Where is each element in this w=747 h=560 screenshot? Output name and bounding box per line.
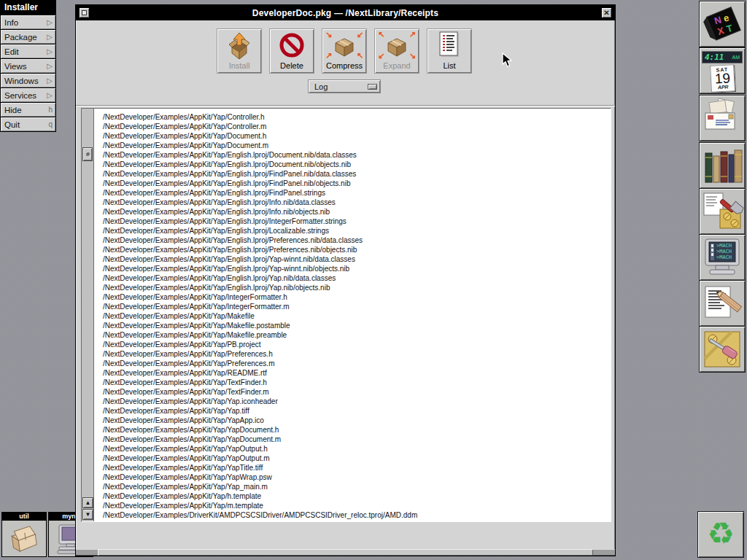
- window-titlebar[interactable]: DeveloperDoc.pkg — /NextLibrary/Receipts…: [76, 5, 615, 20]
- file-path-row: /NextDeveloper/Examples/AppKit/Yap/Engli…: [103, 189, 611, 198]
- installer-window: DeveloperDoc.pkg — /NextLibrary/Receipts…: [75, 4, 616, 556]
- menu-shortcut: h: [48, 106, 53, 114]
- file-path-row: /NextDeveloper/Examples/AppKit/Yap/Integ…: [103, 303, 611, 312]
- miniwindow-util[interactable]: util: [1, 512, 47, 557]
- file-path-row: /NextDeveloper/Examples/AppKit/Yap/Yap.t…: [103, 407, 611, 416]
- dock-tile-clock-calendar[interactable]: 4:11 AM SAT 19 APR: [699, 47, 746, 94]
- file-path-row: /NextDeveloper/Examples/AppKit/Yap/TextF…: [103, 378, 611, 388]
- dock-tile-mail[interactable]: . . .: [699, 95, 746, 141]
- file-path-row: /NextDeveloper/Examples/AppKit/Yap/Engli…: [103, 236, 611, 246]
- dock-tile-edit[interactable]: . . .: [699, 280, 746, 327]
- menu-item-views[interactable]: Views▷: [1, 59, 55, 73]
- expand-button[interactable]: ↖ ↗ ↙ ↘ Expand: [374, 28, 419, 74]
- clock-meridiem: AM: [732, 55, 740, 60]
- next-logo-icon: N e X T: [700, 1, 745, 47]
- compress-button[interactable]: ↘ ↙ ↗ ↖ Compress: [322, 28, 367, 74]
- file-path-row: /NextDeveloper/Examples/AppKit/Yap/m.tem…: [103, 502, 611, 511]
- dock-tile-workspace[interactable]: N e X T: [699, 1, 746, 47]
- resize-bar[interactable]: [76, 549, 615, 556]
- books-icon: [700, 143, 745, 188]
- install-button[interactable]: Install: [217, 28, 262, 74]
- list-button-label: List: [427, 61, 471, 70]
- digital-clock: 4:11 AM: [702, 51, 743, 63]
- file-path-row: /NextDeveloper/Examples/AppKit/Yap/PB.pr…: [103, 341, 611, 350]
- file-path-row: /NextDeveloper/Examples/AppKit/Yap/YapDo…: [103, 426, 611, 435]
- dock-tile-recycler[interactable]: ♻: [697, 511, 744, 558]
- file-path-row: /NextDeveloper/Examples/AppKit/Yap/Prefe…: [103, 350, 611, 359]
- recycler-icon: ♻: [698, 512, 743, 556]
- menu-item-hide[interactable]: Hideh: [1, 103, 55, 117]
- hammer-document-icon: [700, 189, 745, 234]
- scroll-down-button[interactable]: ▼: [82, 509, 93, 520]
- resize-bar-middle[interactable]: [98, 549, 593, 556]
- file-list-box: ▲ ▼ /NextDeveloper/Examples/AppKit/Yap/C…: [81, 108, 611, 522]
- file-path-row: /NextDeveloper/Examples/AppKit/Yap/Engli…: [103, 227, 611, 236]
- menu-item-quit[interactable]: Quitq: [1, 117, 55, 131]
- install-box-icon: [217, 31, 261, 61]
- compress-button-label: Compress: [322, 61, 366, 70]
- view-popup-button[interactable]: Log: [308, 79, 381, 93]
- menu-shortcut: q: [48, 120, 53, 128]
- file-path-row: /NextDeveloper/Examples/AppKit/Yap/Yap_m…: [103, 483, 611, 492]
- file-path-row: /NextDeveloper/Examples/AppKit/Yap/TextF…: [103, 388, 611, 397]
- dock-tile-terminal[interactable]: >MACH>MACH>MACH . . .: [699, 234, 746, 281]
- dock-tile-librarian[interactable]: . . .: [699, 142, 746, 189]
- menu-item-label: Quit: [4, 120, 20, 129]
- menu-item-label: Package: [4, 33, 37, 42]
- file-path-row: /NextDeveloper/Examples/AppKit/Yap/Contr…: [103, 113, 611, 122]
- miniwindow-title: util: [2, 513, 46, 521]
- file-path-row: /NextDeveloper/Examples/AppKit/Yap/YapDo…: [103, 435, 611, 445]
- file-path-row: /NextDeveloper/Examples/AppKit/Yap/Prefe…: [103, 359, 611, 369]
- window-title: DeveloperDoc.pkg — /NextLibrary/Receipts: [93, 8, 598, 18]
- menu-item-windows[interactable]: Windows▷: [1, 74, 55, 88]
- scrollbar-knob[interactable]: [82, 147, 93, 161]
- calendar-card: SAT 19 APR: [710, 64, 735, 93]
- file-path-row: /NextDeveloper/Examples/AppKit/Yap/Engli…: [103, 284, 611, 293]
- file-path-row: /NextDeveloper/Examples/AppKit/Yap/YapTi…: [103, 464, 611, 473]
- delete-button[interactable]: Delete: [269, 28, 314, 74]
- dock-tile-project-builder[interactable]: . . .: [699, 188, 746, 235]
- screwdriver-icon: [700, 327, 745, 372]
- submenu-arrow-icon: ▷: [47, 18, 53, 26]
- menu-item-label: Services: [4, 91, 36, 100]
- file-path-row: /NextDeveloper/Examples/AppKit/Yap/Engli…: [103, 255, 611, 265]
- knob-dimple-icon: [86, 152, 90, 157]
- svg-text:>MACH: >MACH: [716, 254, 732, 260]
- file-path-row: /NextDeveloper/Examples/AppKit/Yap/YapWr…: [103, 473, 611, 483]
- toolbar: Install Delete: [76, 20, 615, 106]
- scroll-up-button[interactable]: ▲: [82, 497, 93, 508]
- popup-indicator-icon: [368, 84, 377, 90]
- menu-item-label: Hide: [4, 106, 22, 114]
- delete-button-label: Delete: [270, 61, 314, 70]
- mouse-cursor: [502, 52, 512, 68]
- menu-item-label: Edit: [4, 47, 19, 56]
- install-button-label: Install: [217, 61, 261, 70]
- dock-tile-configure[interactable]: . . .: [699, 326, 746, 373]
- file-path-row: /NextDeveloper/Examples/AppKit/Yap/h.tem…: [103, 492, 611, 502]
- file-path-row: /NextDeveloper/Examples/AppKit/Yap/Makef…: [103, 322, 611, 331]
- file-path-row: /NextDeveloper/Examples/AppKit/Yap/Engli…: [103, 179, 611, 189]
- file-path-row: /NextDeveloper/Examples/AppKit/Yap/Makef…: [103, 331, 611, 341]
- file-path-row: /NextDeveloper/Examples/AppKit/Yap/READM…: [103, 369, 611, 378]
- menu-item-label: Windows: [4, 77, 39, 85]
- file-path-row: /NextDeveloper/Examples/AppKit/Yap/Docum…: [103, 132, 611, 141]
- close-icon: ✕: [603, 9, 609, 17]
- close-button[interactable]: ✕: [601, 7, 612, 18]
- menu-item-edit[interactable]: Edit▷: [1, 44, 55, 58]
- vertical-scrollbar[interactable]: ▲ ▼: [82, 109, 94, 521]
- file-path-row: /NextDeveloper/Examples/AppKit/Yap/YapOu…: [103, 454, 611, 464]
- list-button[interactable]: List: [427, 28, 472, 74]
- menu-item-label: Views: [4, 62, 26, 71]
- menu-item-info[interactable]: Info▷: [1, 15, 55, 29]
- miniaturize-button[interactable]: [79, 7, 90, 18]
- file-path-row: /NextDeveloper/Examples/AppKit/Yap/YapOu…: [103, 445, 611, 454]
- submenu-arrow-icon: ▷: [47, 91, 53, 99]
- miniaturize-icon: [82, 10, 87, 15]
- menu-item-package[interactable]: Package▷: [1, 30, 55, 44]
- svg-text:>MACH: >MACH: [716, 243, 732, 249]
- file-path-row: /NextDeveloper/Examples/AppKit/Yap/Yap.i…: [103, 397, 611, 407]
- mail-envelope-icon: [700, 96, 745, 141]
- submenu-arrow-icon: ▷: [47, 33, 53, 41]
- menu-item-services[interactable]: Services▷: [1, 88, 55, 102]
- clock-time: 4:11: [705, 52, 724, 62]
